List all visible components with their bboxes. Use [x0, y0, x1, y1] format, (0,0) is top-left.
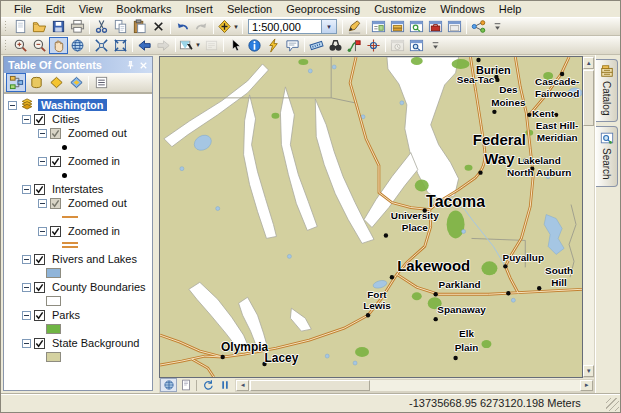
toc-pin-button[interactable] — [124, 59, 137, 72]
print-button[interactable] — [68, 18, 87, 35]
paste-button[interactable] — [130, 18, 149, 35]
layer-label-interstates-zoomed-out[interactable]: Zoomed out — [65, 197, 130, 209]
toc-close-button[interactable] — [137, 59, 150, 72]
table-of-contents-window-button[interactable] — [369, 18, 388, 35]
fixed-zoom-out-button[interactable] — [111, 37, 130, 54]
layer-symbol-fill-blue[interactable] — [46, 268, 61, 278]
tree-collapse-icon[interactable] — [38, 227, 47, 236]
layer-visibility-checkbox[interactable] — [50, 128, 61, 139]
select-features-button[interactable]: ▼ — [178, 37, 202, 54]
undo-button[interactable] — [173, 18, 192, 35]
tree-collapse-icon[interactable] — [22, 255, 31, 264]
list-by-visibility-button[interactable] — [46, 73, 66, 92]
layer-label-cities-zoomed-out[interactable]: Zoomed out — [65, 127, 130, 139]
go-forward-extent-button[interactable] — [154, 37, 173, 54]
layer-label-cities[interactable]: Cities — [49, 113, 83, 125]
go-to-xy-button[interactable] — [364, 37, 383, 54]
layer-symbol-fill-hollow[interactable] — [46, 296, 61, 306]
layer-label-state-background[interactable]: State Background — [49, 337, 142, 349]
toolbar-overflow-button[interactable] — [488, 18, 507, 35]
menu-geoprocessing[interactable]: Geoprocessing — [279, 2, 367, 16]
measure-button[interactable] — [307, 37, 326, 54]
save-document-button[interactable] — [49, 18, 68, 35]
html-popup-button[interactable] — [283, 37, 302, 54]
layer-symbol-line-single[interactable] — [62, 216, 78, 218]
menu-insert[interactable]: Insert — [178, 2, 220, 16]
layer-label-county-boundaries[interactable]: County Boundaries — [49, 281, 149, 293]
time-slider-button[interactable] — [388, 37, 407, 54]
select-elements-button[interactable] — [226, 37, 245, 54]
layer-label-data-frame[interactable]: Washington — [38, 99, 107, 111]
menu-view[interactable]: View — [72, 2, 110, 16]
zoom-out-button[interactable] — [30, 37, 49, 54]
menu-help[interactable]: Help — [492, 2, 529, 16]
copy-button[interactable] — [111, 18, 130, 35]
pause-drawing-button[interactable] — [216, 378, 233, 392]
map-horizontal-scrollbar[interactable]: ◄ ► — [235, 379, 594, 392]
layer-visibility-checkbox[interactable] — [34, 338, 45, 349]
editor-toolbar-button[interactable] — [345, 18, 364, 35]
tree-collapse-icon[interactable] — [38, 129, 47, 138]
menu-file[interactable]: File — [7, 2, 39, 16]
map-vertical-scrollbar[interactable]: ▲ ▼ — [583, 56, 595, 378]
layer-visibility-checkbox[interactable] — [34, 282, 45, 293]
layer-visibility-checkbox[interactable] — [34, 310, 45, 321]
menu-windows[interactable]: Windows — [433, 2, 492, 16]
scroll-up-arrow[interactable]: ▲ — [583, 57, 594, 69]
arctoolbox-window-button[interactable] — [426, 18, 445, 35]
layer-symbol-point[interactable] — [62, 145, 67, 150]
select-features-dropdown-arrow-icon[interactable]: ▼ — [195, 42, 201, 48]
layer-symbol-line-double[interactable] — [62, 242, 78, 248]
menu-bookmarks[interactable]: Bookmarks — [109, 2, 178, 16]
add-data-dropdown-arrow-icon[interactable]: ▼ — [233, 24, 239, 30]
resize-grip[interactable] — [606, 398, 619, 411]
redo-button[interactable] — [192, 18, 211, 35]
layer-symbol-fill-green[interactable] — [46, 324, 61, 334]
open-document-button[interactable] — [30, 18, 49, 35]
map-scale-input[interactable] — [249, 21, 321, 33]
hyperlink-button[interactable] — [264, 37, 283, 54]
zoom-in-button[interactable] — [11, 37, 30, 54]
layer-symbol-fill-tan[interactable] — [46, 352, 61, 362]
tree-collapse-icon[interactable] — [38, 199, 47, 208]
layer-symbol-point[interactable] — [62, 173, 67, 178]
layer-visibility-checkbox[interactable] — [50, 156, 61, 167]
horizontal-scroll-thumb[interactable] — [250, 380, 370, 391]
search-tab[interactable]: Search — [596, 126, 618, 187]
layer-visibility-checkbox[interactable] — [34, 254, 45, 265]
toolbar-overflow-button[interactable] — [426, 37, 445, 54]
toolbar-grip[interactable] — [4, 20, 8, 33]
fixed-zoom-in-button[interactable] — [92, 37, 111, 54]
menu-edit[interactable]: Edit — [39, 2, 72, 16]
full-extent-button[interactable] — [68, 37, 87, 54]
tree-collapse-icon[interactable] — [22, 311, 31, 320]
pan-button[interactable] — [49, 37, 68, 54]
identify-button[interactable] — [245, 37, 264, 54]
tree-collapse-icon[interactable] — [38, 157, 47, 166]
layer-visibility-checkbox[interactable] — [50, 226, 61, 237]
go-back-extent-button[interactable] — [135, 37, 154, 54]
modelbuilder-button[interactable] — [469, 18, 488, 35]
cut-button[interactable] — [92, 18, 111, 35]
clear-selected-features-button[interactable] — [202, 37, 221, 54]
find-button[interactable] — [326, 37, 345, 54]
layer-label-interstates[interactable]: Interstates — [49, 183, 106, 195]
viewer-window-button[interactable] — [407, 37, 426, 54]
toc-options-button[interactable] — [91, 73, 111, 92]
tree-collapse-icon[interactable] — [22, 185, 31, 194]
tree-collapse-icon[interactable] — [22, 115, 31, 124]
tree-collapse-icon[interactable] — [8, 101, 17, 110]
refresh-view-button[interactable] — [199, 378, 216, 392]
catalog-window-button[interactable] — [388, 18, 407, 35]
toolbar-grip[interactable] — [4, 39, 8, 52]
layout-view-button[interactable] — [177, 378, 194, 392]
menu-customize[interactable]: Customize — [367, 2, 433, 16]
list-by-selection-button[interactable] — [66, 73, 86, 92]
find-route-button[interactable] — [345, 37, 364, 54]
scroll-left-arrow[interactable]: ◄ — [236, 380, 249, 391]
vertical-scroll-thumb[interactable] — [583, 70, 594, 126]
layer-label-parks[interactable]: Parks — [49, 309, 83, 321]
scroll-right-arrow[interactable]: ► — [580, 380, 593, 391]
layer-label-cities-zoomed-in[interactable]: Zoomed in — [65, 155, 123, 167]
python-window-button[interactable] — [445, 18, 464, 35]
